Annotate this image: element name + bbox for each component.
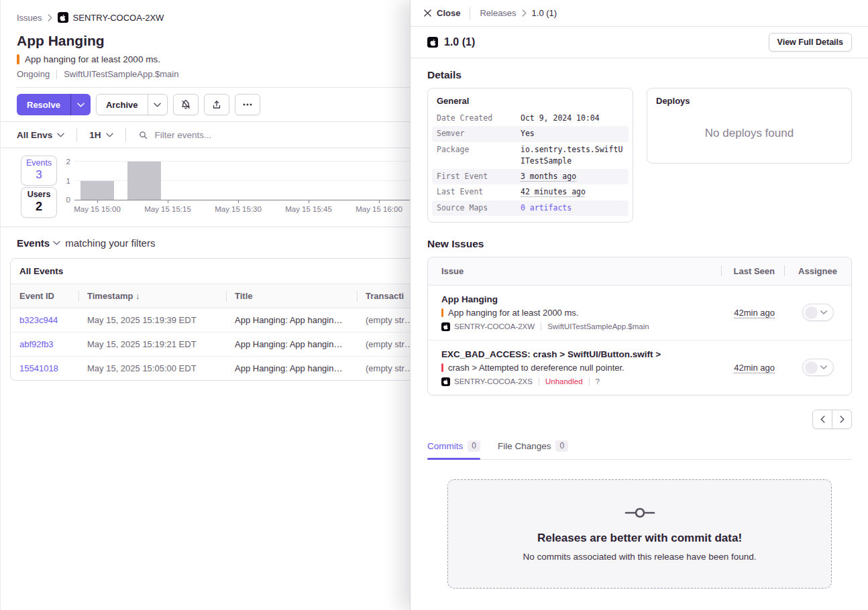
chevron-down-icon xyxy=(106,133,113,137)
unassigned-avatar xyxy=(805,361,818,374)
chevron-down-icon xyxy=(57,133,64,137)
error-level-bar xyxy=(441,308,443,317)
commits-empty-state: Releases are better with commit data! No… xyxy=(447,479,832,589)
date-range-filter-label: 1H xyxy=(89,130,101,140)
issue-last-seen: 42min ago xyxy=(721,363,784,373)
event-id-link[interactable]: 15541018 xyxy=(11,357,78,380)
source-maps-link[interactable]: 0 artifacts xyxy=(521,202,624,214)
kv-key: Source Maps xyxy=(437,202,521,214)
column-header-event-id[interactable]: Event ID xyxy=(11,284,78,308)
issue-title-link[interactable]: App Hanging xyxy=(441,294,721,304)
bell-slash-icon xyxy=(180,99,191,110)
issue-last-seen: 42min ago xyxy=(721,308,784,318)
kv-value: Yes xyxy=(521,128,624,139)
new-issue-row[interactable]: EXC_BAD_ACCESS: crash > SwiftUI/Button.s… xyxy=(428,340,851,395)
release-tabs: Commits 0 File Changes 0 xyxy=(427,440,852,460)
kv-value: io.sentry.tests.SwiftUITestSample xyxy=(521,144,624,168)
users-count-toggle[interactable]: Users 2 xyxy=(21,187,57,218)
kv-value-tooltip: 3 months ago xyxy=(521,171,624,182)
issue-substatus: Ongoing xyxy=(17,69,50,79)
column-header-timestamp[interactable]: Timestamp ↓ xyxy=(78,284,226,308)
divider xyxy=(125,128,126,141)
x-axis-tick-label: May 15 15:00 xyxy=(74,205,121,213)
breadcrumb-project[interactable]: SENTRY-COCOA-2XW xyxy=(58,12,164,23)
kv-row-package: Package io.sentry.tests.SwiftUITestSampl… xyxy=(432,142,629,170)
archive-button[interactable]: Archive xyxy=(96,94,148,115)
events-count-toggle[interactable]: Events 3 xyxy=(21,156,57,186)
chevron-right-icon xyxy=(840,416,845,423)
event-count-bar xyxy=(80,181,114,200)
kv-key: Last Event xyxy=(437,186,521,198)
divider xyxy=(589,377,590,385)
archive-split-button: Archive xyxy=(96,94,168,115)
general-card-title: General xyxy=(428,88,633,111)
general-details-card: General Date Created Oct 9, 2024 10:04 S… xyxy=(427,88,633,223)
event-title: App Hanging: App hangin… xyxy=(226,332,357,356)
deploys-card: Deploys No deploys found xyxy=(647,88,852,164)
view-full-details-button[interactable]: View Full Details xyxy=(769,33,852,52)
search-input[interactable] xyxy=(155,130,376,140)
event-id-link[interactable]: abf92fb3 xyxy=(11,332,78,356)
tab-file-changes[interactable]: File Changes 0 xyxy=(498,440,568,459)
new-issues-table: Issue Last Seen Assignee App Hanging App… xyxy=(427,257,852,395)
more-actions-button[interactable] xyxy=(235,94,260,115)
next-page-button[interactable] xyxy=(832,410,852,429)
events-heading-dropdown[interactable]: Events xyxy=(17,237,60,249)
kv-row-last-event: Last Event 42 minutes ago xyxy=(432,184,629,200)
x-axis-tick xyxy=(379,200,380,203)
error-level-bar xyxy=(17,54,19,64)
y-axis-tick-label: 0 xyxy=(60,196,70,204)
ellipsis-icon xyxy=(243,103,252,106)
issue-project-slug: SENTRY-COCOA-2XS xyxy=(454,377,533,385)
resolve-dropdown-button[interactable] xyxy=(70,94,91,115)
chevron-down-icon xyxy=(77,103,85,107)
column-header-title[interactable]: Title xyxy=(226,284,357,308)
users-count-label: Users xyxy=(21,190,56,199)
drawer-close-button[interactable]: Close xyxy=(424,8,460,18)
archive-dropdown-button[interactable] xyxy=(148,94,168,115)
x-axis-tick-label: May 15 15:45 xyxy=(285,205,332,213)
kv-row-semver: Semver Yes xyxy=(432,126,629,141)
breadcrumb-issues-link[interactable]: Issues xyxy=(17,13,42,23)
release-drawer: Close Releases 1.0 (1) 1.0 (1) View Full… xyxy=(410,0,868,610)
x-axis-tick-label: May 15 15:30 xyxy=(215,205,262,213)
assignee-dropdown[interactable] xyxy=(802,359,834,376)
issue-title-link[interactable]: EXC_BAD_ACCESS: crash > SwiftUI/Button.s… xyxy=(441,349,721,359)
close-icon xyxy=(424,9,431,17)
tab-commits-label: Commits xyxy=(427,441,463,451)
share-button[interactable] xyxy=(204,94,229,115)
environment-filter[interactable]: All Envs xyxy=(17,130,64,140)
date-range-filter[interactable]: 1H xyxy=(89,130,113,140)
tab-commits[interactable]: Commits 0 xyxy=(427,440,480,459)
event-timestamp: May 15, 2025 15:19:39 EDT xyxy=(78,308,226,332)
kv-key: Package xyxy=(437,144,521,168)
issue-context: SwiftUITestSampleApp.$main xyxy=(64,69,178,79)
commits-empty-subtitle: No commits associated with this release … xyxy=(523,552,756,562)
divider xyxy=(56,70,57,79)
event-id-link[interactable]: b323c944 xyxy=(11,308,78,332)
assignee-dropdown[interactable] xyxy=(802,304,834,321)
event-timestamp: May 15, 2025 15:05:00 EDT xyxy=(78,357,226,380)
new-issues-pagination xyxy=(427,410,852,429)
x-axis-tick-label: May 15 16:00 xyxy=(356,205,402,213)
divider xyxy=(470,7,470,19)
x-axis-tick-label: May 15 15:15 xyxy=(144,205,191,213)
kv-row-first-event: First Event 3 months ago xyxy=(432,169,629,184)
sentry-app: Issues SENTRY-COCOA-2XW App Hanging App … xyxy=(0,0,868,610)
mute-button[interactable] xyxy=(173,94,199,115)
chevron-right-icon xyxy=(522,9,527,17)
new-issue-row[interactable]: App Hanging App hanging for at least 200… xyxy=(428,286,851,340)
column-header-issue: Issue xyxy=(428,257,721,285)
chevron-down-icon xyxy=(820,310,827,314)
handled-unknown-tag: ? xyxy=(596,377,600,385)
new-issues-table-header: Issue Last Seen Assignee xyxy=(428,257,851,286)
event-timestamp: May 15, 2025 15:19:21 EDT xyxy=(78,332,226,356)
x-axis-tick xyxy=(238,200,239,203)
drawer-close-label: Close xyxy=(437,8,460,18)
resolve-button[interactable]: Resolve xyxy=(17,94,70,115)
release-title: 1.0 (1) xyxy=(444,36,475,48)
drawer-breadcrumb-releases[interactable]: Releases xyxy=(480,8,516,18)
unassigned-avatar xyxy=(805,306,818,319)
previous-page-button[interactable] xyxy=(812,410,832,429)
breadcrumb-project-slug: SENTRY-COCOA-2XW xyxy=(73,13,164,23)
